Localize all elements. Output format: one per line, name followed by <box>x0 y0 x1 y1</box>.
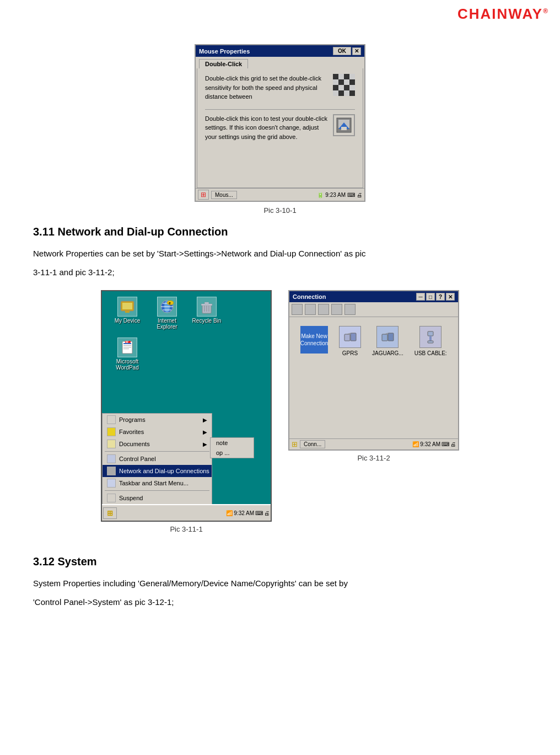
favorites-label: Favorites <box>119 429 144 435</box>
printer-icon: 🖨 <box>357 192 362 198</box>
ie-icon-img: e <box>157 297 177 317</box>
start-menu: Programs ▶ Favorites ▶ Documents ▶ <box>102 413 212 504</box>
print-icon-small: 🖨 <box>264 510 270 516</box>
pic-311-2-item: Connection ─ □ ? ✕ <box>288 290 459 462</box>
my-device-icon: My Device <box>107 297 147 330</box>
start-button[interactable]: ⊞ <box>198 190 209 200</box>
control-panel-label: Control Panel <box>119 456 156 462</box>
conn-close-btn[interactable]: ✕ <box>446 293 455 301</box>
kb-icon-small: ⌨ <box>255 510 263 516</box>
taskbar-right: 🔋 9:23 AM ⌨ 🖨 <box>317 192 362 198</box>
suspend-icon <box>107 494 116 502</box>
control-panel-icon <box>107 454 116 463</box>
conn-body: Make New Connection GPRS <box>289 317 458 438</box>
taskbar: ⊞ Mous... 🔋 9:23 AM ⌨ 🖨 <box>196 188 364 201</box>
jaguarg-icon <box>376 326 399 348</box>
svg-rect-5 <box>122 303 132 309</box>
spacer <box>205 149 355 182</box>
conn-titlebar: Connection ─ □ ? ✕ <box>289 291 458 302</box>
section-311-heading: 3.11 Network and Dial-up Connection <box>33 226 527 238</box>
conn-tool-5[interactable] <box>344 304 356 315</box>
menu-item-suspend[interactable]: Suspend <box>103 492 212 504</box>
section-311-body2: 3-11-1 and pic 3-11-2; <box>33 266 527 279</box>
conn-minimize-btn[interactable]: ─ <box>416 293 425 301</box>
conn-item-jaguarg: JAGUARG... <box>372 326 403 430</box>
gprs-icon <box>339 326 361 348</box>
menu-item-favorites[interactable]: Favorites ▶ <box>103 426 212 438</box>
section-1-text: Double-click this grid to set the double… <box>205 74 327 101</box>
my-device-label: My Device <box>115 318 141 324</box>
divider <box>205 109 355 110</box>
mouse-properties-dialog: Mouse Properties OK ✕ Double-Click Doubl… <box>195 44 365 202</box>
ok-button[interactable]: OK <box>333 47 351 55</box>
svg-rect-23 <box>123 347 131 347</box>
favorites-icon <box>107 427 116 436</box>
pic-311-1-caption: Pic 3-11-1 <box>170 525 202 533</box>
menu-item-taskbar[interactable]: Taskbar and Start Menu... <box>103 477 212 489</box>
recycle-bin-icon: Recycle Bin <box>187 297 227 330</box>
svg-rect-3 <box>341 127 347 130</box>
conn-tool-4[interactable] <box>331 304 342 315</box>
conn-tool-2[interactable] <box>305 304 316 315</box>
conn-toolbar <box>289 302 458 317</box>
taskbar-right-area: 📶 9:32 AM ⌨ 🖨 <box>226 510 270 516</box>
taskbar-mouse-item[interactable]: Mous... <box>211 191 237 199</box>
double-click-tab[interactable]: Double-Click <box>199 59 248 68</box>
conn-battery-icon: 📶 <box>412 441 419 447</box>
section-312-body1: System Properties including 'General/Mem… <box>33 577 527 590</box>
svg-rect-15 <box>201 304 212 306</box>
pic-3-10-1-caption: Pic 3-10-1 <box>33 206 527 215</box>
sub-menu-item-note: note <box>211 438 254 448</box>
titlebar-left: Mouse Properties <box>199 48 250 55</box>
menu-item-documents[interactable]: Documents ▶ <box>103 438 212 450</box>
battery-status-icon: 📶 <box>226 510 233 516</box>
logo-area: CHAINWAY® <box>457 6 549 23</box>
checker-grid-icon <box>333 74 355 96</box>
conn-maximize-btn[interactable]: □ <box>426 293 435 301</box>
windows-logo-icon: ⊞ <box>107 509 113 517</box>
conn-taskbar-item[interactable]: Conn... <box>300 440 325 448</box>
clock: 9:23 AM <box>325 192 346 198</box>
svg-rect-28 <box>351 333 356 341</box>
favorites-arrow: ▶ <box>203 429 207 435</box>
pic-311-1-item: My Device <box>101 290 272 533</box>
menu-item-control-panel[interactable]: Control Panel <box>103 453 212 465</box>
internet-explorer-icon: e InternetExplorer <box>147 297 187 330</box>
make-new-connection-icon: Make New Connection <box>300 326 328 354</box>
conn-tool-1[interactable] <box>292 304 303 315</box>
svg-rect-24 <box>123 349 129 349</box>
menu-item-programs[interactable]: Programs ▶ <box>103 414 212 426</box>
svg-text:W: W <box>126 340 128 344</box>
conn-help-btn[interactable]: ? <box>436 293 445 301</box>
svg-rect-33 <box>428 331 433 336</box>
sub-menu-item-op: op ... <box>211 448 254 458</box>
wince-start-button[interactable]: ⊞ <box>103 507 117 519</box>
programs-arrow: ▶ <box>203 417 207 423</box>
taskbar-menu-icon <box>107 479 116 488</box>
titlebar-right: OK ✕ <box>333 47 361 55</box>
wordpad-icon: W MicrosoftWordPad <box>107 338 147 371</box>
dual-screenshots-311: My Device <box>33 290 527 533</box>
wordpad-label: MicrosoftWordPad <box>116 358 139 371</box>
svg-rect-30 <box>382 334 387 341</box>
conn-taskbar: ⊞ Conn... 📶 9:32 AM ⌨ 🖨 <box>289 438 458 449</box>
tab-bar: Double-Click <box>196 57 364 68</box>
menu-item-network[interactable]: Network and Dial-up Connections <box>103 465 212 477</box>
recycle-bin-label: Recycle Bin <box>192 318 222 324</box>
section-2-text: Double-click this icon to test your doub… <box>205 114 327 142</box>
section-2: Double-click this icon to test your doub… <box>205 114 355 142</box>
conn-item-usb: USB CABLE: <box>414 326 447 430</box>
wince-taskbar: ⊞ 📶 9:32 AM ⌨ 🖨 <box>102 504 271 521</box>
network-icon <box>107 467 116 475</box>
svg-rect-27 <box>344 334 350 341</box>
conn-tool-3[interactable] <box>318 304 329 315</box>
conn-print-icon: 🖨 <box>450 441 456 447</box>
conn-taskbar-right: 📶 9:32 AM ⌨ 🖨 <box>412 441 456 447</box>
svg-rect-35 <box>428 341 433 343</box>
test-icon <box>333 114 355 136</box>
programs-label: Programs <box>119 416 146 423</box>
jaguarg-label: JAGUARG... <box>372 350 403 356</box>
close-button[interactable]: ✕ <box>352 47 361 55</box>
conn-time: 9:32 AM <box>420 441 440 447</box>
conn-taskbar-start: ⊞ <box>292 440 298 448</box>
